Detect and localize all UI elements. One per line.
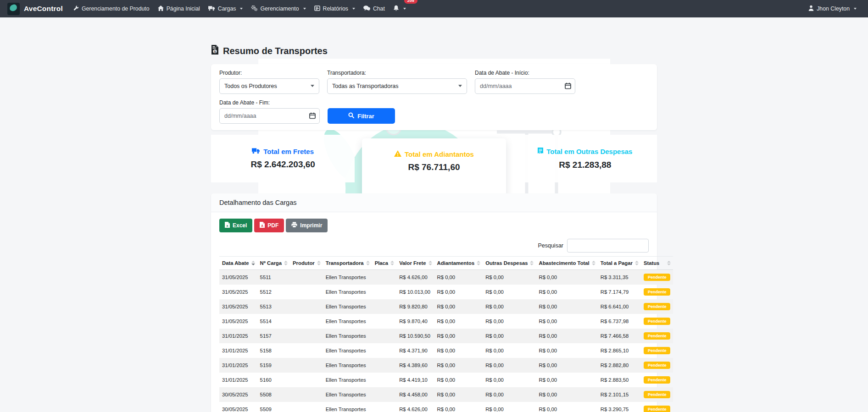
table-row: 31/01/2025 5160 Ellen Transportes R$ 4.4…: [219, 373, 673, 387]
svg-text:A: A: [262, 224, 264, 227]
cell-outras-despesas: R$ 0,00: [483, 358, 536, 373]
cell-abastecimento-total: R$ 0,00: [536, 329, 597, 343]
nav-item-notifications[interactable]: 205: [389, 2, 410, 15]
cell-placa: [372, 387, 397, 402]
produtor-select[interactable]: Todos os Produtores: [219, 78, 319, 94]
chevron-down-icon: [352, 8, 355, 10]
cell-status: Pendente: [641, 387, 673, 402]
summary-card-adiantamentos: Total em Adiantantos R$ 76.711,60: [362, 138, 506, 199]
cell-placa: [372, 402, 397, 412]
home-icon: [158, 5, 164, 12]
nav-item-label: Chat: [373, 5, 385, 12]
column-header-label: Abastecimento Total: [539, 260, 589, 266]
chevron-down-icon: [303, 8, 306, 10]
nav-item-pagina-inicial[interactable]: Página Inicial: [154, 3, 204, 15]
data-inicio-input[interactable]: [475, 78, 575, 94]
excel-export-button[interactable]: x Excel: [219, 219, 252, 232]
cell-abastecimento-total: R$ 0,00: [536, 373, 597, 387]
column-header[interactable]: Data Abate: [219, 257, 257, 270]
nav-item-relatorios[interactable]: Relatórios: [310, 3, 359, 15]
table-row: 31/05/2025 5513 Ellen Transportes R$ 9.8…: [219, 299, 673, 314]
main-content: $ Resumo de Transportes Produtor: Todos …: [211, 44, 657, 412]
imprimir-button[interactable]: Imprimir: [286, 219, 328, 232]
column-header[interactable]: Outras Despesas: [483, 257, 536, 270]
table-header-row: Data Abate Nº Carga Produtor: [219, 257, 673, 270]
cell-total-a-pagar: R$ 3.311,35: [598, 270, 641, 285]
column-header-label: Nº Carga: [260, 260, 282, 266]
status-badge: Pendente: [644, 391, 671, 398]
receipt-icon: [538, 148, 543, 156]
cell-placa: [372, 358, 397, 373]
cell-outras-despesas: R$ 0,00: [483, 387, 536, 402]
filter-card: Produtor: Todos os Produtores Transporta…: [211, 64, 657, 130]
produtor-label: Produtor:: [219, 70, 319, 76]
cell-num-carga: 5158: [257, 343, 290, 358]
transportadora-label: Transportadora:: [327, 70, 467, 76]
nav-item-label: Relatórios: [323, 5, 348, 12]
cell-total-a-pagar: R$ 2.882,80: [598, 358, 641, 373]
summary-label: Total em Outras Despesas: [546, 148, 632, 155]
cell-adiantamentos: R$ 0,00: [434, 285, 483, 299]
cell-num-carga: 5508: [257, 387, 290, 402]
nav-item-cargas[interactable]: Cargas: [204, 3, 247, 15]
brand-link[interactable]: AveControl: [7, 3, 63, 15]
cell-transportadora: Ellen Transportes: [323, 285, 372, 299]
cell-adiantamentos: R$ 0,00: [434, 402, 483, 412]
cell-produtor: [290, 387, 323, 402]
cell-produtor: [290, 343, 323, 358]
cell-status: Pendente: [641, 299, 673, 314]
cell-transportadora: Ellen Transportes: [323, 387, 372, 402]
cell-abastecimento-total: R$ 0,00: [536, 343, 597, 358]
column-header[interactable]: Total a Pagar: [598, 257, 641, 270]
cell-outras-despesas: R$ 0,00: [483, 402, 536, 412]
cell-outras-despesas: R$ 0,00: [483, 270, 536, 285]
table-row: 31/01/2025 5157 Ellen Transportes R$ 10.…: [219, 329, 673, 343]
sort-icons: [667, 261, 671, 265]
filtrar-button[interactable]: Filtrar: [328, 108, 395, 124]
notification-badge: 205: [404, 0, 417, 4]
column-header-label: Status: [644, 260, 660, 266]
column-header[interactable]: Produtor: [290, 257, 323, 270]
column-header[interactable]: Abastecimento Total: [536, 257, 597, 270]
cell-num-carga: 5513: [257, 299, 290, 314]
data-fim-input[interactable]: [219, 108, 320, 124]
nav-item-chat[interactable]: Chat: [359, 3, 389, 15]
search-input[interactable]: [567, 239, 649, 253]
summary-value: R$ 76.711,60: [408, 162, 460, 172]
column-header[interactable]: Status: [641, 257, 673, 270]
column-header[interactable]: Adiantamentos: [434, 257, 483, 270]
brand-logo-icon: [7, 3, 20, 15]
cell-num-carga: 5511: [257, 270, 290, 285]
summary-value: R$ 2.642.203,60: [250, 159, 315, 170]
transportadora-select[interactable]: Todas as Transportadoras: [327, 78, 467, 94]
file-excel-icon: x: [225, 222, 230, 229]
user-menu[interactable]: Jhon Cleyton: [804, 2, 861, 15]
truck-icon: [208, 5, 215, 12]
cell-transportadora: Ellen Transportes: [323, 402, 372, 412]
cell-valor-frete: R$ 4.626,00: [396, 402, 434, 412]
column-header[interactable]: Transportadora: [323, 257, 372, 270]
column-header-label: Valor Frete: [399, 260, 426, 266]
chevron-down-icon: [854, 8, 857, 10]
data-inicio-label: Data de Abate - Início:: [475, 70, 575, 76]
cell-produtor: [290, 299, 323, 314]
column-header-label: Data Abate: [222, 260, 249, 266]
nav-item-gerenciamento[interactable]: Gerenciamento: [247, 2, 310, 15]
pdf-export-button[interactable]: A PDF: [254, 219, 284, 232]
cell-placa: [372, 373, 397, 387]
summary-cards: Total em Fretes R$ 2.642.203,60 Total em…: [211, 135, 657, 182]
column-header[interactable]: Nº Carga: [257, 257, 290, 270]
cell-data-abate: 30/05/2025: [219, 402, 257, 412]
truck-icon: [252, 148, 260, 155]
cell-num-carga: 5509: [257, 402, 290, 412]
column-header[interactable]: Placa: [372, 257, 397, 270]
sort-icons: [428, 261, 432, 265]
column-header-label: Adiantamentos: [437, 260, 475, 266]
report-icon: [314, 5, 320, 12]
nav-item-gerenciamento-de-produto[interactable]: Gerenciamento de Produto: [69, 3, 154, 15]
cell-adiantamentos: R$ 0,00: [434, 270, 483, 285]
export-buttons: x Excel A PDF Imprimir: [219, 219, 649, 232]
cell-adiantamentos: R$ 0,00: [434, 358, 483, 373]
cell-adiantamentos: R$ 0,00: [434, 314, 483, 329]
column-header[interactable]: Valor Frete: [396, 257, 434, 270]
